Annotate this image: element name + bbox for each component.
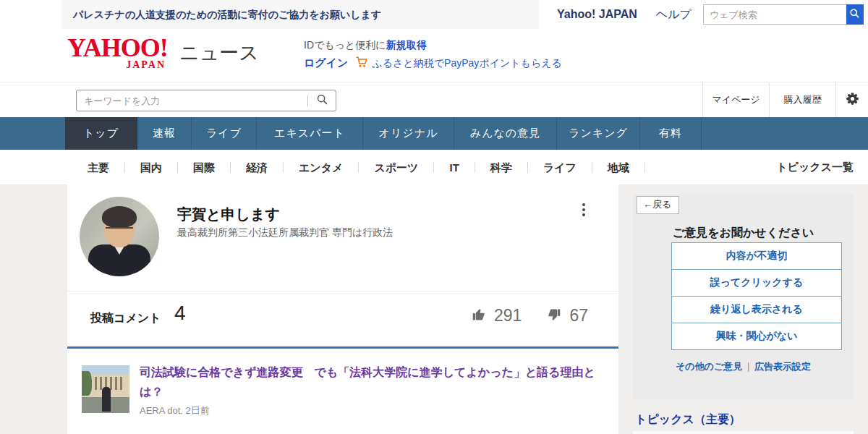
article-thumbnail[interactable] [82, 365, 129, 413]
category-entame[interactable]: エンタメ [284, 162, 359, 173]
keyword-search-button[interactable] [308, 90, 336, 111]
keyword-search-input[interactable] [77, 95, 307, 106]
thumbs-down-icon [546, 307, 562, 326]
commenter-profile-card: 宇賀と申します 最高裁判所第三小法廷所属裁判官 専門は行政法 投稿コメント 4 … [67, 184, 618, 434]
service-name-news[interactable]: ニュース [179, 40, 259, 66]
topics-card-edge [633, 431, 854, 434]
top-bar: パレスチナの人道支援のための活動に寄付のご協力をお願いします Yahoo! JA… [0, 0, 868, 29]
back-button[interactable]: ←戻る [637, 196, 679, 214]
divider [67, 291, 618, 292]
category-chiiki[interactable]: 地域 [592, 162, 645, 173]
nav-tab-top[interactable]: トップ [65, 117, 137, 150]
mypage-link[interactable]: マイページ [702, 82, 769, 117]
ad-settings-link[interactable]: 広告表示設定 [754, 361, 811, 372]
id-promo-block: IDでもっと便利に 新規取得 ログイン ふるさと納税でPayPayポイントもらえ… [304, 36, 562, 72]
gear-icon [845, 91, 860, 109]
nav-tab-expert[interactable]: エキスパート [257, 117, 363, 150]
category-kagaku[interactable]: 科学 [475, 162, 528, 173]
feedback-footer-links: その他のご意見｜広告表示設定 [633, 360, 854, 373]
avatar [80, 197, 159, 276]
id-promo-prefix: IDでもっと便利に [304, 39, 386, 52]
feedback-option-inappropriate[interactable]: 内容が不適切 [671, 242, 842, 270]
reaction-stats: 291 67 [471, 306, 588, 326]
nav-tab-opinion[interactable]: みんなの意見 [454, 117, 557, 150]
category-shuyo[interactable]: 主要 [72, 162, 125, 173]
donation-notice-link[interactable]: パレスチナの人道支援のための活動に寄付のご協力をお願いします [61, 0, 539, 29]
header: YAHOO! JAPAN ニュース IDでもっと便利に 新規取得 ログイン ふる… [0, 29, 868, 82]
search-icon [849, 8, 860, 21]
link-separator: ｜ [744, 361, 753, 372]
help-link[interactable]: ヘルプ [656, 7, 692, 22]
ad-feedback-panel: ←戻る ご意見をお聞かせください 内容が不適切 誤ってクリックする 繰り返し表示… [633, 194, 854, 399]
topics-main-heading[interactable]: トピックス（主要） [635, 412, 741, 427]
dislikes-count: 67 [569, 306, 588, 326]
category-keizai[interactable]: 経済 [231, 162, 284, 173]
profile-name: 宇賀と申します [177, 205, 280, 224]
paypay-promo-link[interactable]: ふるさと納税でPayPayポイントもらえる [372, 57, 562, 70]
nav-tab-live[interactable]: ライブ [192, 117, 257, 150]
article-source: AERA dot. 2日前 [140, 404, 210, 417]
topics-list-link[interactable]: トピックス一覧 [776, 161, 854, 174]
feedback-title: ご意見をお聞かせください [633, 226, 854, 241]
id-signup-link[interactable]: 新規取得 [386, 39, 427, 52]
yahoo-logo-text: YAHOO! [67, 35, 176, 60]
kebab-menu-button[interactable] [579, 200, 588, 219]
feedback-option-repeated[interactable]: 繰り返し表示される [671, 296, 842, 323]
thumbs-up-icon [471, 307, 487, 326]
settings-button[interactable] [835, 82, 868, 117]
web-search-input[interactable] [703, 4, 846, 25]
article-title-link[interactable]: 司法試験に合格できず進路変更 でも「法科大学院に進学してよかった」と語る理由とは… [140, 362, 606, 401]
web-search-button[interactable] [846, 4, 864, 25]
login-link[interactable]: ログイン [304, 56, 348, 70]
keyword-search-box [76, 90, 336, 111]
other-feedback-link[interactable]: その他のご意見 [676, 361, 742, 372]
main-nav: トップ 速報 ライブ エキスパート オリジナル みんなの意見 ランキング 有料 [0, 117, 868, 150]
category-sports[interactable]: スポーツ [359, 162, 434, 173]
category-life[interactable]: ライフ [528, 162, 592, 173]
back-arrow-icon: ← [643, 199, 652, 210]
category-kokusai[interactable]: 国際 [178, 162, 231, 173]
nav-tab-original[interactable]: オリジナル [363, 117, 454, 150]
feedback-option-misclick[interactable]: 誤ってクリックする [671, 269, 842, 297]
comment-count-label: 投稿コメント [90, 311, 161, 326]
feedback-option-not-interested[interactable]: 興味・関心がない [671, 323, 842, 350]
feedback-options: 内容が不適切 誤ってクリックする 繰り返し表示される 興味・関心がない [671, 243, 842, 350]
back-label: 戻る [652, 199, 671, 210]
cart-icon [355, 56, 368, 71]
search-row: マイページ 購入履歴 [0, 82, 868, 117]
category-it[interactable]: IT [434, 162, 475, 173]
content-area: 宇賀と申します 最高裁判所第三小法廷所属裁判官 専門は行政法 投稿コメント 4 … [0, 184, 868, 434]
nav-tab-ranking[interactable]: ランキング [557, 117, 640, 150]
yahoo-logo[interactable]: YAHOO! JAPAN [67, 35, 176, 69]
profile-description: 最高裁判所第三小法廷所属裁判官 専門は行政法 [177, 226, 393, 239]
category-kokunai[interactable]: 国内 [125, 162, 178, 173]
nav-tab-paid[interactable]: 有料 [640, 117, 702, 150]
yahoo-japan-link[interactable]: Yahoo! JAPAN [557, 8, 637, 21]
account-links: マイページ 購入履歴 [702, 82, 868, 117]
category-nav: 主要 国内 国際 経済 エンタメ スポーツ IT 科学 ライフ 地域 トピックス… [0, 150, 868, 184]
web-search [703, 4, 864, 25]
likes-count: 291 [494, 306, 522, 326]
purchase-history-link[interactable]: 購入履歴 [769, 82, 835, 117]
search-icon [316, 93, 328, 108]
comment-count-value: 4 [174, 302, 186, 325]
top-bar-right: Yahoo! JAPAN ヘルプ [557, 0, 868, 29]
nav-tab-sokuho[interactable]: 速報 [137, 117, 192, 150]
blue-divider [67, 346, 618, 349]
